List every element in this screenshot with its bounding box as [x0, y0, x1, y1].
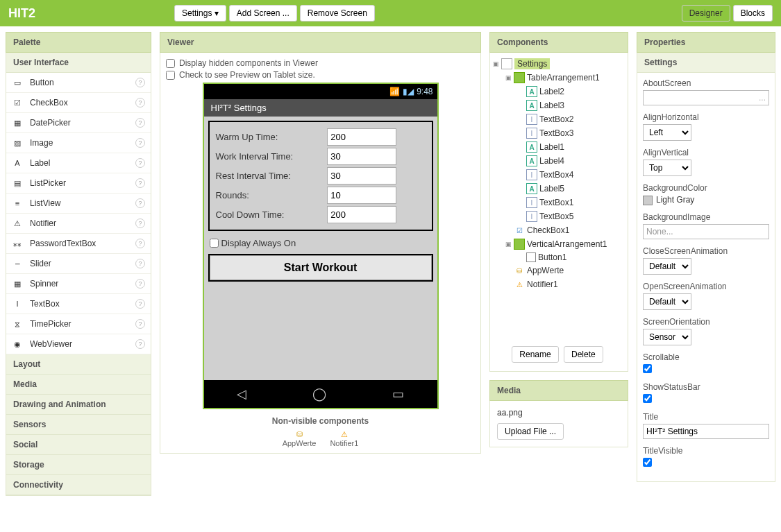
palette-section[interactable]: User Interface — [6, 53, 151, 73]
help-icon[interactable]: ? — [135, 239, 145, 248]
prop-closeanim-select[interactable]: Default — [643, 258, 691, 275]
help-icon[interactable]: ? — [135, 98, 145, 108]
prop-titlevis-checkbox[interactable] — [643, 458, 652, 467]
palette-item-button[interactable]: ▭Button? — [6, 73, 151, 93]
field-input[interactable] — [327, 206, 396, 223]
palette-item-listview[interactable]: ≡ListView? — [6, 194, 151, 214]
palette-item-notifier[interactable]: ⚠Notifier? — [6, 214, 151, 234]
add-screen-button[interactable]: Add Screen ... — [229, 5, 297, 22]
components-tree: ▣Settings ▣TableArrangement1 ALabel2ALab… — [489, 53, 628, 372]
help-icon[interactable]: ? — [135, 218, 145, 228]
palette-cat-sensors[interactable]: Sensors — [6, 415, 151, 435]
tree-label3[interactable]: ALabel3 — [493, 98, 625, 112]
viewer-opt-tablet[interactable]: Check to see Preview on Tablet size. — [166, 70, 475, 80]
remove-screen-button[interactable]: Remove Screen — [300, 5, 375, 22]
tree-label5[interactable]: ALabel5 — [493, 182, 625, 196]
field-input[interactable] — [327, 167, 396, 185]
phone-app-title: HI²T² Settings — [204, 99, 437, 117]
tree-textbox1[interactable]: ITextBox1 — [493, 196, 625, 209]
palette-cat-storage[interactable]: Storage — [6, 455, 151, 475]
tree-textbox2[interactable]: ITextBox2 — [493, 112, 625, 126]
hidden-checkbox[interactable] — [166, 59, 175, 68]
field-input[interactable] — [327, 128, 396, 146]
nonvisible-appwerte[interactable]: ⛁AppWerte — [283, 430, 317, 447]
palette-item-webviewer[interactable]: ◉WebViewer? — [6, 334, 151, 354]
palette-item-listpicker[interactable]: ▤ListPicker? — [6, 173, 151, 194]
upload-file-button[interactable]: Upload File ... — [497, 423, 564, 440]
rename-button[interactable]: Rename — [512, 346, 558, 363]
help-icon[interactable]: ? — [135, 138, 145, 148]
tree-tablearrangement[interactable]: ▣TableArrangement1 — [493, 71, 625, 85]
tree-appwerte[interactable]: ⛁AppWerte — [493, 264, 625, 277]
prop-alignv-select[interactable]: Top — [643, 160, 691, 176]
palette-item-datepicker[interactable]: ▦DatePicker? — [6, 113, 151, 133]
palette-item-passwordtextbox[interactable]: ⁎⁎PasswordTextBox? — [6, 234, 151, 254]
help-icon[interactable]: ? — [135, 78, 145, 87]
palette-item-timepicker[interactable]: ⧖TimePicker? — [6, 314, 151, 334]
tree-root-settings[interactable]: ▣Settings — [493, 57, 625, 71]
help-icon[interactable]: ? — [135, 279, 145, 289]
tree-notifier1[interactable]: ⚠Notifier1 — [493, 277, 625, 291]
prop-aboutscreen-input[interactable]: ... — [643, 90, 769, 105]
palette-item-slider[interactable]: ⎼Slider? — [6, 254, 151, 274]
palette-cat-drawing-and-animation[interactable]: Drawing and Animation — [6, 395, 151, 415]
tree-textbox5[interactable]: ITextBox5 — [493, 209, 625, 223]
media-file[interactable]: aa.png — [497, 408, 621, 418]
palette-cat-social[interactable]: Social — [6, 435, 151, 455]
recent-icon[interactable]: ▭ — [392, 386, 404, 402]
help-icon[interactable]: ? — [135, 178, 145, 188]
delete-button[interactable]: Delete — [564, 346, 603, 363]
prop-alignh-select[interactable]: Left — [643, 124, 691, 141]
prop-bgcolor-value[interactable]: Light Gray — [643, 195, 769, 205]
textbox-icon: I — [526, 197, 537, 208]
palette-cat-layout[interactable]: Layout — [6, 354, 151, 375]
palette-item-textbox[interactable]: ITextBox? — [6, 294, 151, 314]
display-always-checkbox[interactable]: Display Always On — [210, 238, 432, 248]
tree-textbox3[interactable]: ITextBox3 — [493, 126, 625, 140]
tree-label1[interactable]: ALabel1 — [493, 140, 625, 154]
tree-verticalarrangement[interactable]: ▣VerticalArrangement1 — [493, 237, 625, 251]
palette-cat-media[interactable]: Media — [6, 375, 151, 395]
field-input[interactable] — [327, 187, 396, 204]
prop-orient-select[interactable]: Sensor — [643, 329, 691, 345]
component-icon: ⚠ — [12, 218, 23, 229]
tree-checkbox1[interactable]: ☑CheckBox1 — [493, 223, 625, 237]
screens-dropdown[interactable]: Settings ▾ — [174, 5, 226, 22]
palette-cat-connectivity[interactable]: Connectivity — [6, 475, 151, 495]
help-icon[interactable]: ? — [135, 118, 145, 128]
nonvisible-notifier[interactable]: ⚠Notifier1 — [330, 430, 358, 447]
start-workout-button[interactable]: Start Workout — [210, 255, 432, 280]
palette-item-label[interactable]: ALabel? — [6, 153, 151, 173]
help-icon[interactable]: ? — [135, 339, 145, 349]
palette-item-checkbox[interactable]: ☑CheckBox? — [6, 93, 151, 113]
prop-title-input[interactable] — [643, 424, 769, 439]
palette-item-spinner[interactable]: ▦Spinner? — [6, 274, 151, 294]
designer-tab[interactable]: Designer — [682, 5, 730, 22]
palette-item-image[interactable]: ▨Image? — [6, 133, 151, 153]
tablet-checkbox[interactable] — [166, 71, 175, 80]
vertical-arrangement[interactable]: Start Workout — [208, 254, 433, 282]
button-icon — [526, 252, 536, 262]
tree-label2[interactable]: ALabel2 — [493, 85, 625, 98]
help-icon[interactable]: ? — [135, 259, 145, 268]
viewer-opt-hidden[interactable]: Display hidden components in Viewer — [166, 58, 475, 68]
help-icon[interactable]: ? — [135, 299, 145, 309]
field-input[interactable] — [327, 148, 396, 165]
blocks-tab[interactable]: Blocks — [733, 5, 773, 22]
prop-statusbar-checkbox[interactable] — [643, 394, 652, 403]
textbox-icon: I — [526, 211, 537, 222]
prop-bgimage-input[interactable]: None... — [643, 224, 769, 239]
home-icon[interactable]: ◯ — [312, 386, 326, 402]
prop-openanim-select[interactable]: Default — [643, 293, 691, 310]
component-icon: ⎼ — [12, 258, 23, 269]
table-arrangement[interactable]: Warm Up Time:Work Interval Time:Rest Int… — [208, 121, 433, 231]
help-icon[interactable]: ? — [135, 158, 145, 168]
back-icon[interactable]: ◁ — [237, 386, 246, 402]
prop-scrollable-checkbox[interactable] — [643, 364, 652, 373]
tree-label4[interactable]: ALabel4 — [493, 154, 625, 168]
tree-textbox4[interactable]: ITextBox4 — [493, 168, 625, 182]
help-icon[interactable]: ? — [135, 198, 145, 208]
tree-button1[interactable]: Button1 — [493, 251, 625, 264]
help-icon[interactable]: ? — [135, 319, 145, 329]
prop-orient-label: ScreenOrientation — [643, 317, 769, 327]
